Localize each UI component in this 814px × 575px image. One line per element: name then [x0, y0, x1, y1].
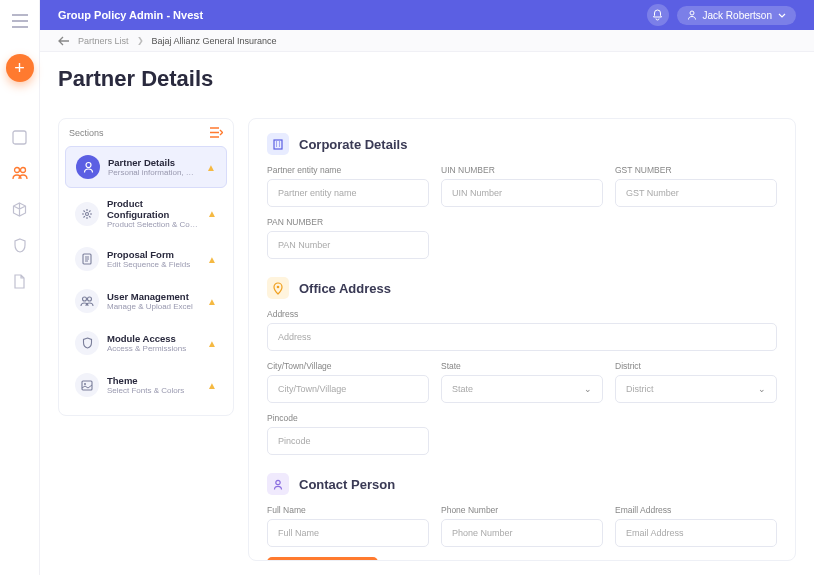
address-input[interactable] — [267, 323, 777, 351]
user-menu[interactable]: Jack Robertson — [677, 6, 796, 25]
sections-menu-icon[interactable] — [210, 127, 223, 138]
warning-icon: ▲ — [207, 380, 217, 391]
phone-input[interactable] — [441, 519, 603, 547]
partner-entity-input[interactable] — [267, 179, 429, 207]
chevron-down-icon — [778, 13, 786, 18]
svg-point-4 — [86, 163, 91, 168]
pincode-input[interactable] — [267, 427, 429, 455]
warning-icon: ▲ — [207, 254, 217, 265]
sections-label: Sections — [69, 128, 104, 138]
chevron-down-icon: ⌄ — [758, 384, 766, 394]
section-user-management[interactable]: User ManagementManage & Upload Excel ▲ — [65, 281, 227, 321]
users-icon — [75, 289, 99, 313]
form-icon — [75, 247, 99, 271]
office-heading: Office Address — [299, 281, 391, 296]
email-input[interactable] — [615, 519, 777, 547]
partners-icon[interactable] — [11, 164, 29, 182]
svg-point-2 — [20, 168, 25, 173]
district-select[interactable]: District⌄ — [615, 375, 777, 403]
main-region: Group Policy Admin - Nvest Jack Robertso… — [40, 0, 814, 575]
gst-input[interactable] — [615, 179, 777, 207]
document-icon[interactable] — [11, 272, 29, 290]
chevron-down-icon: ⌄ — [584, 384, 592, 394]
svg-rect-0 — [13, 131, 26, 144]
section-module-access[interactable]: Module AccessAccess & Permissions ▲ — [65, 323, 227, 363]
warning-icon: ▲ — [207, 296, 217, 307]
warning-icon: ▲ — [207, 208, 217, 219]
breadcrumb: Partners List ❯ Bajaj Allianz General In… — [40, 30, 814, 52]
city-input[interactable] — [267, 375, 429, 403]
state-select[interactable]: State⌄ — [441, 375, 603, 403]
back-button[interactable] — [58, 36, 70, 46]
shield-icon — [75, 331, 99, 355]
svg-point-8 — [88, 297, 92, 301]
package-icon[interactable] — [11, 200, 29, 218]
warning-icon: ▲ — [206, 162, 216, 173]
dashboard-icon[interactable] — [11, 128, 29, 146]
app-title: Group Policy Admin - Nvest — [58, 9, 203, 21]
chevron-right-icon: ❯ — [137, 36, 144, 45]
user-icon — [76, 155, 100, 179]
config-icon — [75, 202, 99, 226]
svg-point-7 — [83, 297, 87, 301]
section-theme[interactable]: ThemeSelect Fonts & Colors ▲ — [65, 365, 227, 405]
breadcrumb-current: Bajaj Allianz General Insurance — [152, 36, 277, 46]
user-icon — [687, 10, 697, 20]
svg-rect-11 — [274, 140, 282, 149]
shield-icon[interactable] — [11, 236, 29, 254]
sections-panel: Sections Partner DetailsPersonal informa… — [58, 118, 234, 416]
warning-icon: ▲ — [207, 338, 217, 349]
svg-point-12 — [277, 285, 280, 288]
fullname-input[interactable] — [267, 519, 429, 547]
uin-input[interactable] — [441, 179, 603, 207]
section-proposal-form[interactable]: Proposal FormEdit Sequence & Fields ▲ — [65, 239, 227, 279]
section-partner-details[interactable]: Partner DetailsPersonal information, add… — [65, 146, 227, 188]
hamburger-icon[interactable] — [12, 14, 28, 28]
company-icon — [267, 133, 289, 155]
svg-point-1 — [14, 168, 19, 173]
svg-point-10 — [84, 383, 86, 385]
contact-heading: Contact Person — [299, 477, 395, 492]
generate-code-button[interactable]: GENERATE CODE — [267, 557, 378, 561]
notifications-button[interactable] — [647, 4, 669, 26]
user-name: Jack Robertson — [703, 10, 772, 21]
person-icon — [267, 473, 289, 495]
breadcrumb-root[interactable]: Partners List — [78, 36, 129, 46]
svg-point-13 — [276, 480, 280, 484]
topbar: Group Policy Admin - Nvest Jack Robertso… — [40, 0, 814, 30]
app-side-rail: + — [0, 0, 40, 575]
image-icon — [75, 373, 99, 397]
svg-point-5 — [86, 212, 89, 215]
page-title: Partner Details — [58, 66, 796, 92]
svg-point-3 — [690, 11, 694, 15]
form-panel: Corporate Details Partner entity name UI… — [248, 118, 796, 561]
corporate-heading: Corporate Details — [299, 137, 407, 152]
location-icon — [267, 277, 289, 299]
add-button[interactable]: + — [6, 54, 34, 82]
section-product-config[interactable]: Product ConfigurationProduct Selection &… — [65, 190, 227, 237]
pan-input[interactable] — [267, 231, 429, 259]
